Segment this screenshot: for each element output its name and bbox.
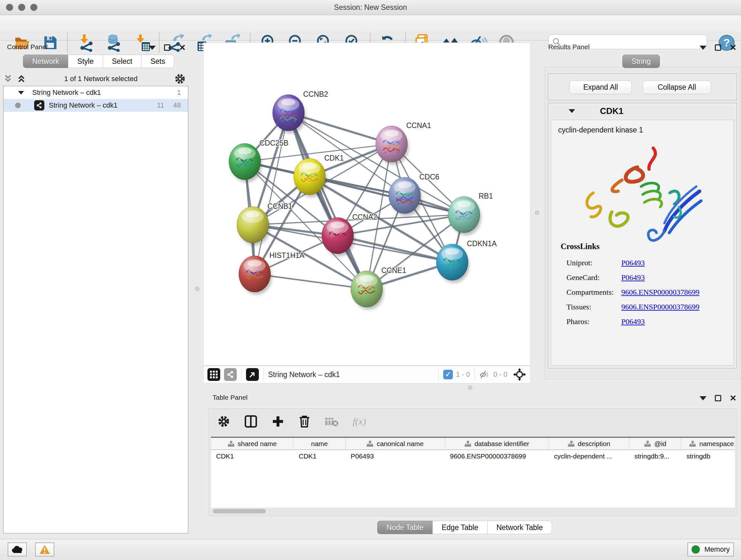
table-cell[interactable]: cyclin-dependent ... <box>549 450 629 462</box>
network-node-ccna2[interactable] <box>322 217 355 256</box>
network-grid-view-icon[interactable] <box>207 368 220 381</box>
network-node-ccnb1[interactable] <box>237 206 270 246</box>
fit-content-crosshair-icon[interactable] <box>513 368 526 381</box>
table-cell[interactable]: P06493 <box>346 450 445 462</box>
table-panel-menu-icon[interactable] <box>699 396 706 400</box>
table-horizontal-scrollbar[interactable] <box>212 509 734 513</box>
column-header-description[interactable]: description <box>549 438 629 449</box>
hidden-counts: 0 - 0 <box>493 370 508 379</box>
table-cell[interactable]: stringdb <box>681 450 735 462</box>
network-row[interactable]: String Network – cdk1 11 48 <box>3 99 188 112</box>
control-panel-close-icon[interactable]: ✕ <box>179 44 186 51</box>
column-header-name[interactable]: name <box>293 438 346 449</box>
memory-button[interactable]: Memory <box>687 543 734 557</box>
network-canvas[interactable]: CCNB2CCNA1CDC25BCDK1CDC6RB1CCNB1CCNA2CDK… <box>203 43 531 366</box>
selected-counts: 1 - 0 <box>456 370 470 379</box>
column-header-@id[interactable]: @id <box>629 438 681 449</box>
crosslink-link[interactable]: P06493 <box>621 259 645 267</box>
control-panel-tabs: NetworkStyleSelectSets <box>23 55 174 68</box>
network-edge-ccnb2-ccne1[interactable] <box>288 113 367 289</box>
scrollbar-thumb[interactable] <box>213 509 266 513</box>
function-builder-icon: f(x) <box>353 416 366 427</box>
node-label-rb1: RB1 <box>479 192 493 200</box>
results-panel-title: Results Panel <box>548 43 590 51</box>
gene-expander-icon[interactable] <box>569 109 575 113</box>
control-panel-float-icon[interactable] <box>164 44 171 51</box>
crosslink-row: Pharos:P06493 <box>561 314 699 329</box>
table-options-gear-icon[interactable] <box>217 415 230 428</box>
network-collection-row[interactable]: String Network – cdk1 1 <box>3 86 188 99</box>
network-node-rb1[interactable] <box>448 196 481 235</box>
collapse-all-icon[interactable] <box>3 74 14 84</box>
tab-sets[interactable]: Sets <box>141 55 174 68</box>
add-column-icon[interactable] <box>272 415 284 428</box>
crosslink-label: Pharos: <box>561 317 621 326</box>
crosslink-label: Uniprot: <box>561 259 621 267</box>
results-panel-float-icon[interactable] <box>715 44 721 51</box>
table-cell[interactable]: CDK1 <box>293 450 346 462</box>
selected-checkbox-icon[interactable]: ✓ <box>443 370 453 379</box>
warning-button[interactable] <box>35 543 54 557</box>
column-header-canonical-name[interactable]: canonical name <box>346 438 445 449</box>
window-title: Session: New Session <box>0 3 741 12</box>
table-cell[interactable]: stringdb:9... <box>629 450 681 462</box>
gene-entry-header[interactable]: CDK1 <box>548 103 737 119</box>
table-row[interactable]: CDK1CDK1P064939606.ENSP00000378699cyclin… <box>211 450 735 462</box>
network-node-ccne1[interactable] <box>351 271 384 310</box>
network-edge-count: 48 <box>173 101 181 110</box>
title-bar: Session: New Session <box>0 0 741 15</box>
cloud-icon <box>11 545 23 554</box>
table-cell[interactable]: 9606.ENSP00000378699 <box>445 450 549 462</box>
expand-all-button[interactable]: Expand All <box>569 80 632 94</box>
crosslink-link[interactable]: 9606.ENSP00000378699 <box>621 303 699 311</box>
network-node-ccnb2[interactable] <box>273 95 306 133</box>
hidden-eye-icon[interactable] <box>479 370 490 379</box>
tab-select[interactable]: Select <box>103 55 142 68</box>
network-node-cdk1[interactable] <box>293 159 327 197</box>
tab-network-table[interactable]: Network Table <box>487 521 552 534</box>
collapse-all-button[interactable]: Collapse All <box>643 80 711 94</box>
results-panel-tab[interactable]: String <box>623 55 660 68</box>
tab-style[interactable]: Style <box>68 55 103 68</box>
network-edge-ccnb2-hist1h1a[interactable] <box>255 113 288 274</box>
table-cell[interactable]: CDK1 <box>211 450 293 462</box>
node-label-hist1h1a: HIST1H1A <box>269 251 305 260</box>
network-node-ccna1[interactable] <box>376 126 409 165</box>
birdseye-toggle-icon[interactable] <box>246 368 259 381</box>
network-node-cdc6[interactable] <box>389 177 422 216</box>
results-panel-menu-icon[interactable] <box>699 46 706 50</box>
gene-details: cyclin-dependent kinase 1 <box>551 120 734 366</box>
crosslink-link[interactable]: 9606.ENSP00000378699 <box>621 288 699 297</box>
network-node-hist1h1a[interactable] <box>239 256 272 295</box>
string-results-container: Expand All Collapse All CDK1 cyclin-depe… <box>545 67 740 380</box>
network-node-cdkn1a[interactable] <box>436 244 469 283</box>
crosslink-link[interactable]: P06493 <box>621 273 645 282</box>
network-options-gear-icon[interactable] <box>174 73 186 84</box>
crosslink-row: GeneCard:P06493 <box>561 270 699 285</box>
node-label-cdc25b: CDC25B <box>259 139 288 147</box>
collection-expander-icon[interactable] <box>18 91 24 95</box>
tab-node-table[interactable]: Node Table <box>377 521 433 534</box>
right-splitter-handle[interactable] <box>535 210 539 215</box>
shared-column-icon <box>464 441 471 447</box>
tab-network[interactable]: Network <box>23 55 68 68</box>
column-header-namespace[interactable]: namespace <box>681 438 735 449</box>
tab-edge-table[interactable]: Edge Table <box>432 521 488 534</box>
crosslink-row: Tissues:9606.ENSP00000378699 <box>561 300 699 314</box>
string-view-icon[interactable] <box>224 368 237 381</box>
column-header-database-identifier[interactable]: database identifier <box>445 438 549 449</box>
crosslink-link[interactable]: P06493 <box>621 317 645 326</box>
delete-column-icon[interactable] <box>298 415 311 428</box>
left-splitter-handle[interactable] <box>195 287 199 291</box>
results-panel-close-icon[interactable]: ✕ <box>730 44 737 51</box>
table-panel-float-icon[interactable] <box>715 395 721 401</box>
expand-all-icon[interactable] <box>17 74 27 84</box>
column-header-shared-name[interactable]: shared name <box>211 438 293 449</box>
tab-string[interactable]: String <box>622 55 660 68</box>
table-panel-close-icon[interactable]: ✕ <box>730 395 737 401</box>
cloud-button[interactable] <box>8 543 27 557</box>
show-columns-icon[interactable] <box>244 415 258 428</box>
protein-structure-image <box>570 140 711 245</box>
gene-name: CDK1 <box>600 106 623 116</box>
control-panel-menu-icon[interactable] <box>149 46 156 50</box>
